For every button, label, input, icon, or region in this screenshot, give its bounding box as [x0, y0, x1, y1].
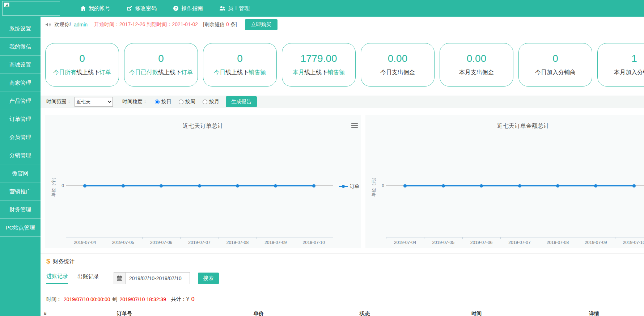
stat-value: 0.00 — [388, 53, 408, 64]
sidebar-item[interactable]: PC站点管理 — [0, 219, 41, 237]
legend-marker-icon — [339, 186, 348, 187]
tab-income-records[interactable]: 进账记录 — [46, 273, 68, 284]
table-header-row: #订单号单价状态时间详情 — [0, 311, 644, 316]
data-point — [160, 184, 163, 188]
data-point — [594, 184, 597, 188]
y-axis-label: 单位（个） — [51, 164, 57, 208]
x-axis-tick-label: 2019-07-09 — [580, 240, 612, 245]
data-point — [274, 184, 277, 188]
x-axis-tick — [257, 237, 257, 239]
stat-value: 0 — [158, 53, 164, 64]
x-axis-tick — [577, 237, 577, 239]
stat-value: 0 — [552, 53, 558, 64]
chart-title: 近七天订单金额总计 — [365, 122, 644, 130]
stat-card[interactable]: 1779.00本月线上线下销售额 — [282, 43, 356, 87]
radio-by-week[interactable]: 按周 — [179, 98, 195, 105]
order-amount-chart-panel: 近七天订单金额总计 单位（元） 0 2019-07-042019-07-0520… — [365, 115, 644, 248]
nav-staff-management[interactable]: 员工管理 — [219, 5, 250, 12]
x-axis-tick-label: 2019-07-10 — [618, 240, 644, 245]
chart-legend[interactable]: 订单 — [339, 183, 359, 190]
date-range-input[interactable] — [126, 272, 190, 284]
x-axis-tick-label: 2019-07-04 — [69, 240, 101, 245]
stat-label: 今日已付款线上线下订单 — [129, 69, 193, 76]
sidebar-item[interactable]: 微官网 — [0, 164, 41, 182]
edit-icon — [127, 5, 132, 11]
generate-report-button[interactable]: 生成报告 — [226, 96, 257, 107]
time-range-label: 时间范围： — [46, 98, 72, 105]
radio-by-day[interactable]: 按日 — [155, 98, 171, 105]
table-header-cell: # — [44, 311, 47, 316]
sidebar-item[interactable]: 我的微信 — [0, 38, 41, 56]
calendar-icon[interactable] — [114, 272, 126, 284]
stat-value: 0.00 — [467, 53, 487, 64]
x-axis-tick — [424, 237, 424, 239]
stat-label-part: 今日所有 — [53, 69, 76, 75]
stat-label-part: 销售额 — [327, 69, 345, 75]
logo — [2, 1, 60, 16]
buy-now-button[interactable]: 立即购买 — [245, 19, 277, 30]
sidebar-item[interactable]: 分销管理 — [0, 146, 41, 164]
data-point — [236, 184, 239, 188]
legend-label: 订单 — [350, 183, 359, 190]
stat-label: 本月线上线下销售额 — [293, 69, 345, 76]
top-header: 我的帐号 修改密码 ? 操作指南 员工管理 — [0, 0, 644, 17]
sidebar-item[interactable]: 营销推广 — [0, 182, 41, 201]
data-point — [83, 184, 86, 188]
stat-label-part: 线上线下 — [158, 69, 181, 75]
finance-section-header: $ 财务统计 — [41, 253, 644, 269]
x-axis-tick — [104, 237, 104, 239]
stat-label-part: 今日支出佣金 — [380, 69, 415, 75]
sidebar-item[interactable]: 订单管理 — [0, 110, 41, 128]
sidebar-item[interactable]: 商城设置 — [0, 56, 41, 74]
sidebar-item[interactable]: 产品管理 — [0, 92, 41, 110]
stat-value: 1779.00 — [300, 53, 337, 64]
table-header-cell: 单价 — [254, 311, 264, 316]
stat-value: 1 — [631, 53, 637, 64]
x-axis-tick — [66, 237, 66, 239]
stat-label-part: 今日 — [214, 69, 225, 75]
nav-item-label: 员工管理 — [228, 5, 250, 12]
stat-card[interactable]: 0今日所有线上线下订单 — [45, 43, 119, 87]
greeting-text: 欢迎你! — [54, 21, 71, 28]
x-axis-tick-label: 2019-07-07 — [503, 240, 536, 245]
account-period: 开通时间：2017-12-26 到期时间：2021-01-02 — [94, 21, 198, 28]
stat-card[interactable]: 1本月加入分销商 — [597, 43, 644, 87]
radio-input-week[interactable] — [179, 100, 183, 104]
tab-outgoing-records[interactable]: 出账记录 — [77, 273, 99, 283]
search-button[interactable]: 搜索 — [198, 273, 219, 284]
stat-card[interactable]: 0今日已付款线上线下订单 — [124, 43, 198, 87]
chart-toolbox-menu-icon[interactable] — [351, 123, 358, 129]
time-range-select[interactable]: 近七天 — [75, 97, 113, 107]
sidebar-item[interactable]: 系统设置 — [0, 20, 41, 38]
x-axis-tick-label: 2019-07-05 — [107, 240, 139, 245]
radio-input-month[interactable] — [203, 100, 207, 104]
y-axis-tick: 0 — [58, 183, 64, 188]
nav-guide[interactable]: ? 操作指南 — [173, 5, 203, 12]
radio-input-day[interactable] — [155, 100, 160, 104]
sidebar-item[interactable]: 财务管理 — [0, 201, 41, 219]
stat-label: 本月加入分销商 — [614, 69, 644, 76]
sms-suffix: 条] — [230, 21, 237, 27]
nav-item-label: 修改密码 — [135, 5, 157, 12]
sidebar-item[interactable]: 商家管理 — [0, 74, 41, 92]
stat-label: 本月支出佣金 — [459, 69, 494, 76]
nav-change-password[interactable]: 修改密码 — [127, 5, 157, 12]
chart-title: 近七天订单总计 — [45, 122, 361, 130]
filter-bar: 时间范围： 近七天 时间粒度： 按日 按周 按月 生成报告 — [41, 96, 644, 108]
time-from: 2019/07/10 00:00:00 — [64, 296, 110, 302]
stat-card[interactable]: 0.00今日支出佣金 — [361, 43, 435, 87]
time-to: 2019/07/10 18:32:39 — [119, 296, 166, 302]
nav-my-account[interactable]: 我的帐号 — [80, 5, 110, 12]
stat-card[interactable]: 0.00本月支出佣金 — [440, 43, 513, 87]
finance-section-title: 财务统计 — [53, 258, 75, 265]
stat-card[interactable]: 0今日加入分销商 — [518, 43, 592, 87]
stat-label-part: 订单 — [181, 69, 193, 75]
radio-label: 按周 — [185, 98, 195, 105]
data-point — [403, 184, 407, 188]
radio-by-month[interactable]: 按月 — [203, 98, 219, 105]
orders-chart-panel: 近七天订单总计 单位（个） 0 2019-07-042019-07-052019… — [45, 115, 361, 248]
stat-value: 0 — [237, 53, 243, 64]
stat-card[interactable]: 0今日线上线下销售额 — [203, 43, 277, 87]
sidebar-item[interactable]: 会员管理 — [0, 128, 41, 146]
top-navigation: 我的帐号 修改密码 ? 操作指南 员工管理 — [80, 0, 250, 17]
